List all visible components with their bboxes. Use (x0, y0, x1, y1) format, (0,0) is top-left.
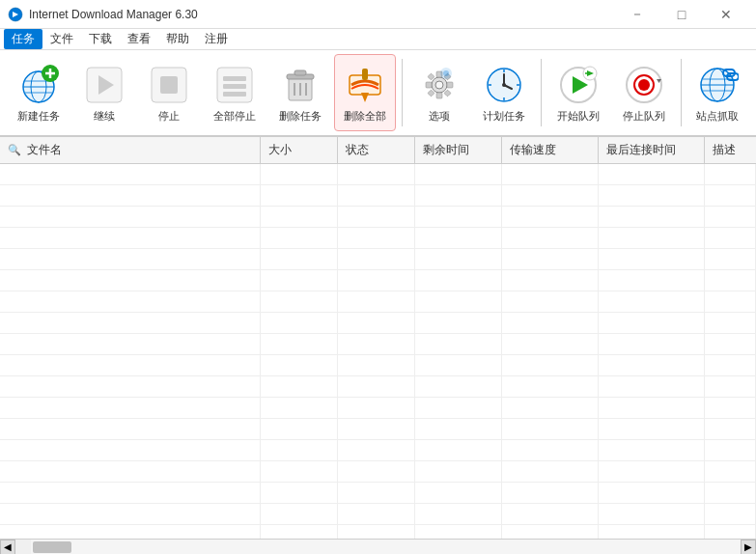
table-row[interactable] (0, 440, 756, 461)
grid-cell (0, 525, 261, 539)
table-row[interactable] (0, 376, 756, 398)
menu-item-file[interactable]: 文件 (42, 29, 81, 49)
grid-cell (338, 355, 415, 375)
delete-task-button[interactable]: 删除任务 (269, 54, 331, 131)
main-content: 🔍 文件名 大小 状态 剩余时间 传输速度 最后连接时间 描述 (functio… (0, 137, 756, 554)
grid-cell (502, 334, 599, 354)
continue-label: 继续 (94, 110, 115, 123)
table-row[interactable] (0, 419, 756, 440)
grid-cell (502, 185, 599, 206)
grid-cell (705, 185, 756, 206)
svg-rect-29 (426, 82, 432, 88)
delete-all-button[interactable]: 删除全部 (334, 54, 396, 131)
menu-item-download[interactable]: 下载 (81, 29, 120, 49)
grid-cell (0, 249, 261, 269)
grid-cell (502, 525, 599, 539)
grid-cell (415, 164, 502, 184)
table-row[interactable] (0, 461, 756, 483)
close-button[interactable]: ✕ (704, 0, 748, 29)
svg-rect-30 (447, 82, 453, 88)
stop-queue-button[interactable]: 停止队列 (613, 54, 675, 131)
stop-button[interactable]: 停止 (138, 54, 200, 131)
grid-cell (599, 419, 705, 439)
grid-cell (502, 419, 599, 439)
grid-cell (0, 504, 261, 524)
scroll-thumb[interactable] (33, 541, 71, 553)
scroll-left-arrow[interactable]: ◀ (0, 540, 15, 555)
grid-cell (338, 228, 415, 248)
grid-cell (415, 185, 502, 206)
new-task-button[interactable]: 新建任务 (8, 54, 70, 131)
grid-cell (0, 461, 261, 482)
grid-cell (0, 185, 261, 206)
menu-item-help[interactable]: 帮助 (158, 29, 197, 49)
horizontal-scrollbar[interactable]: ◀ ▶ (0, 539, 756, 554)
grid-cell (705, 355, 756, 375)
table-row[interactable] (0, 525, 756, 539)
table-row[interactable] (0, 355, 756, 376)
grid-cell (338, 483, 415, 503)
table-row[interactable] (0, 313, 756, 334)
grid-cell (415, 504, 502, 524)
table-row[interactable] (0, 334, 756, 355)
options-button[interactable]: 选项 (408, 54, 470, 131)
svg-rect-15 (223, 84, 246, 89)
grid-cell (705, 228, 756, 248)
grid-cell (415, 313, 502, 333)
table-row[interactable] (0, 483, 756, 504)
schedule-button[interactable]: 计划任务 (474, 54, 536, 131)
grid-cell (502, 207, 599, 227)
scroll-track[interactable] (31, 540, 741, 555)
minimize-button[interactable]: － (615, 0, 659, 29)
grid-cell (338, 376, 415, 397)
grid-cell (338, 334, 415, 354)
menu-bar: 任务 文件 下载 查看 帮助 注册 (0, 29, 756, 50)
grid-cell (261, 525, 338, 539)
new-task-icon (15, 62, 62, 108)
grid-cell (261, 228, 338, 248)
grid-cell (705, 313, 756, 333)
grid-cell (502, 504, 599, 524)
table-row[interactable] (0, 185, 756, 207)
grid-cell (705, 504, 756, 524)
stop-all-label: 全部停止 (213, 110, 256, 123)
grid-cell (338, 525, 415, 539)
grid-cell (415, 461, 502, 482)
menu-item-view[interactable]: 查看 (120, 29, 158, 49)
table-row[interactable] (0, 164, 756, 185)
table-row[interactable] (0, 249, 756, 270)
svg-point-26 (435, 81, 443, 89)
grid-cell (502, 164, 599, 184)
grid-cell (338, 461, 415, 482)
grid-cell (0, 270, 261, 291)
toolbar: 新建任务 继续 停止 全部停 (0, 50, 756, 137)
menu-item-register[interactable]: 注册 (197, 29, 236, 49)
stop-all-button[interactable]: 全部停止 (204, 54, 266, 131)
delete-all-icon (342, 62, 388, 108)
start-queue-button[interactable]: 开始队列 (547, 54, 609, 131)
delete-task-label: 删除任务 (279, 110, 322, 123)
table-row[interactable] (0, 398, 756, 419)
grid-cell (502, 398, 599, 418)
scroll-right-arrow[interactable]: ▶ (741, 540, 756, 555)
table-row[interactable] (0, 207, 756, 228)
site-grab-button[interactable]: 站点抓取 (686, 54, 748, 131)
grid-cell (415, 419, 502, 439)
grid-cell (261, 291, 338, 312)
grid-cell (0, 419, 261, 439)
table-row[interactable] (0, 228, 756, 249)
delete-task-icon (277, 62, 323, 108)
maximize-button[interactable]: □ (659, 0, 704, 29)
menu-item-tasks[interactable]: 任务 (4, 29, 42, 49)
table-row[interactable] (0, 291, 756, 313)
table-row[interactable] (0, 504, 756, 525)
grid-cell (338, 440, 415, 460)
table-row[interactable] (0, 270, 756, 291)
grid-cell (261, 185, 338, 206)
svg-point-52 (638, 79, 650, 91)
svg-point-40 (502, 83, 506, 87)
grid-cell (0, 398, 261, 418)
grid-cell (599, 313, 705, 333)
grid-cell (261, 419, 338, 439)
continue-button[interactable]: 继续 (73, 54, 135, 131)
